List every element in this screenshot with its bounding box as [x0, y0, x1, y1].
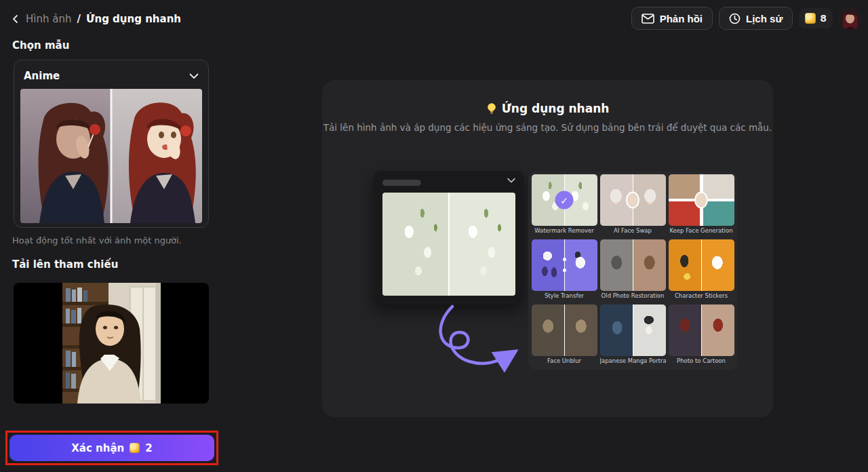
effect-thumbnail — [600, 304, 666, 356]
credits-count: 8 — [820, 13, 827, 24]
effect-item-keep-face-generation[interactable]: Keep Face Generation — [669, 174, 734, 237]
effect-item-old-photo-restoration[interactable]: Old Photo Restoration — [600, 239, 666, 302]
dot-icon — [563, 258, 566, 261]
confirm-button[interactable]: Xác nhận 2 — [9, 435, 214, 461]
effect-label: Style Transfer — [532, 292, 597, 300]
envelope-icon — [642, 14, 654, 24]
effect-item-japanese-manga-portrait[interactable]: Japanese Manga Portrait — [600, 304, 666, 367]
effect-label: Keep Face Generation — [669, 227, 734, 235]
history-label: Lịch sử — [746, 13, 783, 24]
curved-arrow-icon — [417, 302, 536, 377]
effect-item-style-transfer[interactable]: Style Transfer — [532, 239, 597, 302]
template-card: Anime — [14, 60, 209, 228]
panel-title: Ứng dụng nhanh — [502, 102, 610, 115]
effects-grid: ✓ Watermark Remover AI Face Swap Keep Fa… — [528, 172, 737, 370]
effect-item-face-unblur[interactable]: Face Unblur — [532, 304, 597, 367]
feedback-button[interactable]: Phản hồi — [631, 7, 713, 30]
effect-label: AI Face Swap — [600, 227, 666, 235]
effect-thumbnail — [532, 239, 597, 291]
effect-thumbnail — [532, 304, 597, 356]
template-preview-image — [20, 89, 202, 223]
credits-badge[interactable]: 8 — [799, 8, 833, 28]
feedback-label: Phản hồi — [660, 13, 703, 24]
breadcrumb: Hình ảnh / Ứng dụng nhanh — [11, 11, 181, 27]
check-icon: ✓ — [555, 191, 574, 210]
effect-thumbnail — [600, 174, 666, 226]
history-button[interactable]: Lịch sử — [719, 7, 793, 30]
effect-item-photo-to-cartoon[interactable]: Photo to Cartoon — [669, 304, 734, 367]
reference-image-card[interactable] — [14, 283, 209, 404]
illustration-upload-card — [374, 171, 524, 304]
dot-icon — [563, 269, 566, 272]
confirm-cost: 2 — [145, 442, 152, 454]
quick-apply-panel: Ứng dụng nhanh Tải lên hình ảnh và áp dụ… — [322, 80, 773, 417]
template-dropdown-value: Anime — [24, 70, 60, 82]
effect-label: Photo to Cartoon — [669, 357, 734, 366]
panel-subtitle: Tải lên hình ảnh và áp dụng các hiệu ứng… — [322, 122, 773, 133]
effect-label: Watermark Remover — [532, 227, 597, 235]
template-dropdown[interactable]: Anime — [24, 67, 199, 85]
effect-label: Japanese Manga Portrait — [600, 357, 666, 366]
header-actions: Phản hồi Lịch sử 8 — [631, 7, 861, 30]
reference-image — [62, 283, 161, 404]
effect-thumbnail — [600, 239, 666, 291]
avatar[interactable] — [839, 7, 861, 30]
panel-title-row: Ứng dụng nhanh — [322, 102, 773, 115]
effect-item-character-stickers[interactable]: Character Stickers — [669, 239, 734, 302]
effect-thumbnail — [669, 174, 734, 226]
clock-icon — [729, 13, 741, 24]
confirm-label: Xác nhận — [71, 442, 124, 454]
breadcrumb-parent[interactable]: Hình ảnh — [26, 13, 71, 25]
effect-label: Character Stickers — [669, 292, 734, 300]
effect-label: Face Unblur — [532, 357, 597, 366]
effect-item-ai-face-swap[interactable]: AI Face Swap — [600, 174, 666, 237]
face-inset-icon — [626, 192, 639, 209]
lightbulb-icon — [486, 102, 497, 115]
page-title: Ứng dụng nhanh — [86, 13, 181, 25]
upload-section-title: Tải lên tham chiếu — [12, 258, 118, 271]
illustration-flowers-image — [382, 193, 515, 296]
coin-icon — [130, 443, 140, 453]
effect-label: Old Photo Restoration — [600, 292, 666, 300]
back-icon[interactable] — [11, 14, 20, 24]
effect-thumbnail: ✓ — [532, 174, 597, 226]
chevron-down-icon — [507, 178, 515, 183]
breadcrumb-separator: / — [77, 13, 80, 25]
chevron-down-icon — [189, 73, 199, 79]
effect-thumbnail — [669, 239, 734, 291]
skeleton-dropdown — [382, 180, 421, 186]
template-hint: Hoạt động tốt nhất với ảnh một người. — [12, 235, 182, 245]
face-inset-icon — [694, 192, 708, 209]
effect-item-watermark-remover[interactable]: ✓ Watermark Remover — [532, 174, 597, 237]
template-section-title: Chọn mẫu — [12, 39, 69, 52]
effect-thumbnail — [669, 304, 734, 356]
coin-icon — [805, 13, 816, 24]
